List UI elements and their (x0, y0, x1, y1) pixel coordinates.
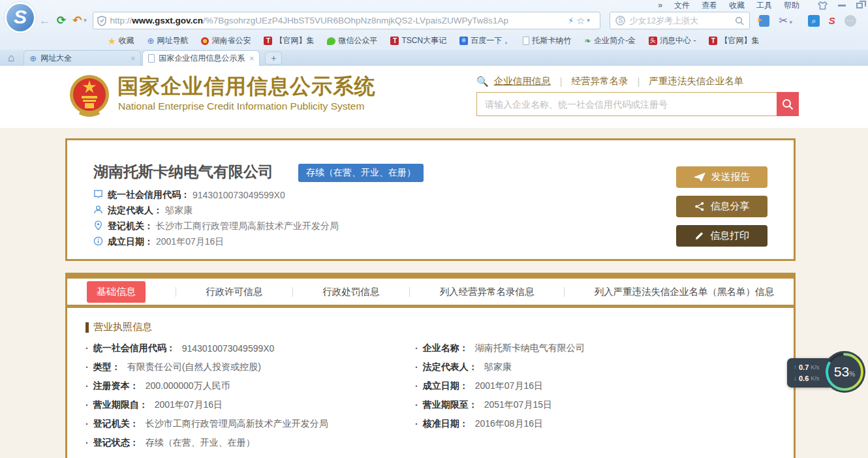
refresh-button[interactable]: ⟳ (57, 14, 66, 27)
bookmarks-bar: ★收藏 ⊕网址导航 湖南省公安 T【官网】集 微信公众平 TTSCN大事记 ※百… (108, 33, 759, 49)
t-site-icon: T (390, 37, 399, 45)
wechat-icon (327, 37, 335, 45)
nav-abnormal-list[interactable]: 经营异常名录 (572, 75, 628, 87)
minimize-button[interactable] (838, 5, 846, 7)
section-title-bar (85, 322, 89, 333)
license-row: ·类型：有限责任公司(自然人投资或控股) ·法定代表人：邬家康 (85, 358, 775, 376)
nav-enterprise-credit[interactable]: 企业信用信息 (494, 75, 551, 87)
tab-bar: ⌂ ⊕ 网址大全 × 国家企业信用信息公示系 × + (0, 50, 868, 66)
new-tab-button[interactable]: + (265, 52, 282, 65)
more-tools-icon[interactable]: ⋯ (845, 15, 856, 27)
company-status-badge: 存续（在营、开业、在册） (298, 164, 424, 182)
license-row: ·登记状态：存续（在营、开业、在册） (85, 433, 775, 452)
company-legal-rep-row: 法定代表人：邬家康 (93, 203, 339, 219)
bookmark-official-1[interactable]: T【官网】集 (264, 35, 314, 46)
browser-search-input[interactable] (629, 16, 731, 25)
undo-dropdown-caret[interactable]: ▼ (83, 18, 88, 23)
police-badge-icon (201, 37, 209, 45)
screenshot-scissors-icon[interactable]: ✂▼ (779, 14, 798, 27)
send-report-button[interactable]: 发送报告 (676, 166, 767, 188)
bookmark-tscn[interactable]: TTSCN大事记 (390, 35, 446, 46)
share-info-button[interactable]: 信息分享 (676, 196, 767, 217)
usage-gauge[interactable]: 53% (823, 350, 866, 393)
leaf-icon: ❧ (584, 36, 591, 46)
tab-close-icon[interactable]: × (249, 54, 254, 63)
bookmark-profile[interactable]: ❧企业简介-金 (584, 35, 636, 46)
tab-close-icon[interactable]: × (131, 54, 135, 63)
globe-icon: ⊕ (147, 36, 155, 46)
bookmark-toscana[interactable]: 托斯卡纳竹 (523, 35, 571, 46)
pencil-icon (694, 231, 704, 241)
bookmark-favorites[interactable]: ★收藏 (108, 35, 134, 46)
back-button[interactable]: ← (39, 14, 50, 27)
t-site-icon: T (709, 37, 717, 45)
nav-blacklist[interactable]: 严重违法失信企业名单 (649, 75, 743, 87)
address-bar[interactable]: http://www.gsxt.gov.cn/%7BgsohrzgUEzP4JH… (93, 12, 600, 29)
menu-view[interactable]: 查看 (702, 0, 717, 11)
menu-favorites[interactable]: 收藏 (729, 0, 745, 11)
credit-code-icon (93, 189, 103, 199)
baidu-paw-icon: ※ (459, 37, 468, 45)
company-registry-row: 登记机关：长沙市工商行政管理局高新技术产业开发分局 (93, 219, 339, 234)
address-dropdown-caret[interactable]: ▼ (586, 18, 591, 23)
bookmark-police[interactable]: 湖南省公安 (201, 35, 251, 46)
menu-tools[interactable]: 工具 (756, 0, 772, 11)
bookmark-nav-site[interactable]: ⊕网址导航 (147, 35, 189, 46)
company-established-row: 成立日期：2001年07月16日 (93, 234, 339, 250)
share-nodes-icon (694, 202, 705, 211)
send-to-phone-icon[interactable] (759, 15, 769, 27)
skin-icon[interactable] (818, 1, 828, 10)
site-title: 国家企业信用信息公示系统 (117, 72, 376, 101)
license-row: ·营业期限自：2001年07月16日 ·营业期限至：2051年07月15日 (85, 395, 775, 414)
upload-arrow-icon: ↑ (794, 363, 797, 371)
menu-overflow-chevron[interactable]: » (658, 1, 662, 10)
menu-help[interactable]: 帮助 (784, 0, 799, 11)
tab-admin-penalty[interactable]: 行政处罚信息 (322, 286, 379, 298)
url-text[interactable]: http://www.gsxt.gov.cn/%7BgsohrzgUEzP4JH… (110, 16, 565, 25)
speed-mode-icon[interactable]: ⚡ (568, 16, 574, 25)
bookmark-official-2[interactable]: T【官网】集 (709, 35, 759, 46)
site-security-shield-icon[interactable] (97, 16, 106, 26)
usage-percent: 53% (823, 350, 866, 393)
search-icon[interactable] (735, 16, 744, 25)
page-search-icon[interactable]: ⌕ (808, 15, 820, 27)
national-emblem-logo (69, 74, 110, 119)
navigation-toolbar: ← ⟳ ↶ ▼ http://www.gsxt.gov.cn/%7Bgsohrz… (39, 10, 868, 31)
tab-blacklist[interactable]: 列入严重违法失信企业名单（黑名单）信息 (595, 286, 775, 298)
bookmark-toutiao[interactable]: 头消息中心 - (649, 35, 696, 46)
site-header: 国家企业信用信息公示系统 National Enterprise Credit … (0, 66, 868, 128)
undo-button[interactable]: ↶ (72, 14, 82, 27)
search-category-icon: 🔍 (476, 76, 489, 87)
print-info-button[interactable]: 信息打印 (676, 225, 767, 247)
enterprise-search-input[interactable] (476, 92, 777, 116)
tab-admin-license[interactable]: 行政许可信息 (206, 286, 262, 298)
star-icon: ★ (108, 36, 116, 46)
browser-search-box[interactable]: S (610, 12, 750, 29)
company-credit-code-row: 统一社会信用代码：9143010073049599X0 (93, 187, 339, 203)
page-icon (148, 54, 155, 63)
bookmark-star-icon[interactable]: ☆ (576, 15, 585, 27)
t-site-icon: T (264, 37, 272, 45)
page-icon (523, 37, 529, 45)
tab-nav-site[interactable]: ⊕ 网址大全 × (23, 50, 141, 66)
section-title: 营业执照信息 (85, 321, 775, 333)
bookmark-baidu[interactable]: ※百度一下， (459, 35, 510, 46)
tab-gsxt-active[interactable]: 国家企业信用信息公示系 × (142, 50, 260, 66)
enterprise-search-button[interactable] (777, 92, 799, 116)
paper-plane-icon (694, 172, 705, 182)
tab-abnormal-list[interactable]: 列入经营异常名录信息 (439, 286, 534, 298)
header-nav: 🔍 企业信用信息 | 经营异常名录 | 严重违法失信企业名单 (476, 75, 743, 87)
home-icon[interactable]: ⌂ (8, 52, 14, 65)
download-arrow-icon: ↓ (794, 374, 797, 382)
company-detail-card: 基础信息 行政许可信息 行政处罚信息 列入经营异常名录信息 列入严重违法失信企业… (65, 273, 796, 458)
tab-basic-info[interactable]: 基础信息 (87, 281, 146, 303)
license-row: ·统一社会信用代码：9143010073049599X0 ·企业名称：湖南托斯卡… (85, 339, 775, 358)
restore-button[interactable] (856, 3, 863, 8)
shopping-rebate-icon[interactable]: S (829, 15, 835, 26)
menu-file[interactable]: 文件 (674, 0, 690, 11)
bookmark-wechat[interactable]: 微信公众平 (327, 35, 377, 46)
search-engine-icon: S (615, 16, 625, 25)
person-icon (93, 205, 103, 215)
browser-logo[interactable]: S (4, 1, 37, 34)
globe-icon: ⊕ (29, 53, 37, 63)
